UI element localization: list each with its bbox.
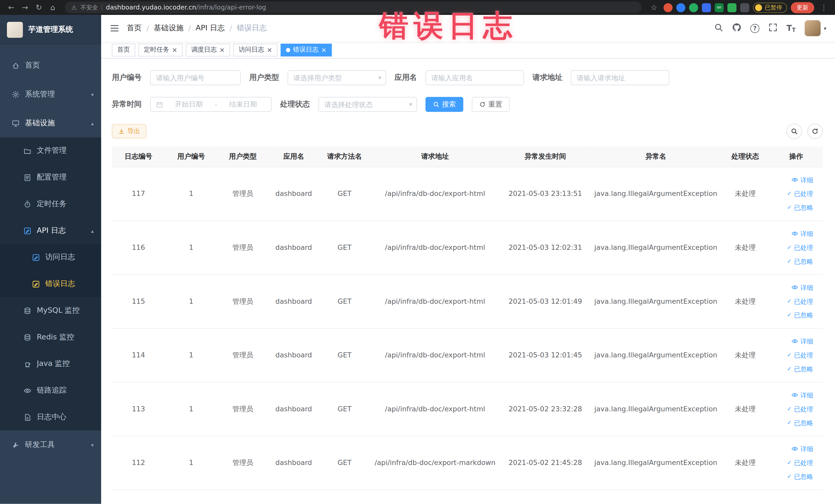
help-icon[interactable]: ? xyxy=(750,24,759,33)
calendar-icon xyxy=(156,101,163,108)
chevron-down-icon: ▾ xyxy=(91,92,94,97)
translate-paused-badge[interactable]: 已暂停 xyxy=(753,2,787,12)
back-icon[interactable]: ← xyxy=(5,2,17,13)
bookmark-star-icon[interactable]: ☆ xyxy=(648,2,660,13)
cell-log-id: 112 xyxy=(112,436,165,490)
cell-user-type: 管理员 xyxy=(217,328,268,382)
user-type-select[interactable] xyxy=(287,70,386,85)
cell-method: GET xyxy=(319,167,370,221)
cell-status: 未处理 xyxy=(721,221,770,275)
mark-processed-link[interactable]: ✓ 已处理 xyxy=(773,294,813,308)
mark-processed-link[interactable]: ✓ 已处理 xyxy=(773,456,813,469)
mark-ignored-link[interactable]: ✓ 已忽略 xyxy=(773,201,813,215)
sidebar-item-system-management[interactable]: 系统管理 ▾ xyxy=(0,80,101,108)
tab-close-icon[interactable]: × xyxy=(321,47,326,53)
tab-home[interactable]: 首页 xyxy=(112,43,135,56)
toggle-search-button[interactable] xyxy=(787,123,802,139)
user-menu[interactable]: ▾ xyxy=(805,20,827,36)
fullscreen-icon[interactable] xyxy=(768,23,777,34)
home-icon[interactable]: ⌂ xyxy=(47,2,59,13)
mark-processed-link[interactable]: ✓ 已处理 xyxy=(773,402,813,416)
mark-ignored-link[interactable]: ✓ 已忽略 xyxy=(773,362,813,376)
extensions-puzzle-icon[interactable] xyxy=(740,3,749,12)
mark-processed-link[interactable]: ✓ 已处理 xyxy=(773,187,813,201)
reload-icon[interactable]: ↻ xyxy=(33,2,45,13)
cell-user-type: 管理员 xyxy=(217,221,268,275)
detail-link[interactable]: 详细 xyxy=(773,227,813,241)
date-range-picker[interactable]: 开始日期 - 结束日期 xyxy=(150,97,271,112)
sidebar-item-home[interactable]: 首页 xyxy=(0,51,101,80)
sidebar-item-access-logs[interactable]: 访问日志 xyxy=(0,244,101,270)
tab-access-logs[interactable]: 访问日志× xyxy=(233,43,278,56)
breadcrumb-infrastructure[interactable]: 基础设施 xyxy=(154,23,184,33)
check-icon: ✓ xyxy=(787,201,792,215)
app-name-input[interactable] xyxy=(426,70,524,85)
hamburger-icon[interactable] xyxy=(109,23,119,33)
process-status-select[interactable] xyxy=(319,97,417,112)
mark-ignored-link[interactable]: ✓ 已忽略 xyxy=(773,308,813,322)
cell-exception-name: java.lang.IllegalArgumentException xyxy=(591,167,721,221)
address-bar[interactable]: ⚠ 不安全 dashboard.yudao.iocoder.cn/infra/l… xyxy=(65,2,642,13)
cell-method: GET xyxy=(319,221,370,275)
mark-processed-link[interactable]: ✓ 已处理 xyxy=(773,348,813,362)
browser-update-button[interactable]: 更新 xyxy=(791,2,814,13)
tab-close-icon[interactable]: × xyxy=(220,47,225,53)
sidebar-item-api-logs[interactable]: API 日志 ▴ xyxy=(0,217,101,244)
url-host: dashboard.yudao.iocoder.cn xyxy=(106,4,196,11)
cell-actions: 详细 ✓ 已处理 ✓ 已忽略 xyxy=(770,436,823,490)
tab-error-logs[interactable]: 错误日志× xyxy=(281,43,332,56)
detail-link[interactable]: 详细 xyxy=(773,388,813,402)
sidebar-item-log-center[interactable]: 日志中心 xyxy=(0,404,101,430)
chevron-down-icon: ▾ xyxy=(91,442,94,448)
start-date-placeholder: 开始日期 xyxy=(166,100,211,109)
font-size-icon[interactable]: TT xyxy=(787,23,795,33)
extension-icon[interactable] xyxy=(702,3,711,12)
sidebar-item-java-monitor[interactable]: Java 监控 xyxy=(0,350,101,377)
app-logo[interactable]: 芋道管理系统 xyxy=(0,15,101,45)
extension-icon[interactable] xyxy=(728,3,736,12)
user-id-input[interactable] xyxy=(150,70,241,85)
sidebar-item-link-tracing[interactable]: 链路追踪 xyxy=(0,377,101,404)
cell-user-type: 管理员 xyxy=(217,274,268,328)
refresh-button[interactable] xyxy=(807,123,823,139)
mark-ignored-link[interactable]: ✓ 已忽略 xyxy=(773,416,813,429)
cell-status: 未处理 xyxy=(721,436,770,490)
sidebar-item-error-logs[interactable]: 错误日志 xyxy=(0,270,101,297)
folder-icon xyxy=(22,147,32,155)
cell-actions: 详细 ✓ 已处理 ✓ 已忽略 xyxy=(770,221,823,275)
reset-button[interactable]: 重置 xyxy=(472,97,510,112)
tab-scheduled-tasks[interactable]: 定时任务× xyxy=(138,43,183,56)
sidebar-item-infrastructure[interactable]: 基础设施 ▴ xyxy=(0,108,101,137)
extension-icon[interactable] xyxy=(676,3,685,12)
detail-link[interactable]: 详细 xyxy=(773,334,813,348)
sidebar-item-redis-monitor[interactable]: Redis 监控 xyxy=(0,324,101,350)
detail-link[interactable]: 详细 xyxy=(773,280,813,294)
browser-menu-icon[interactable]: ⋮ xyxy=(818,2,830,13)
request-url-input[interactable] xyxy=(571,70,669,85)
detail-link[interactable]: 详细 xyxy=(773,442,813,456)
database-icon xyxy=(22,306,32,315)
search-button[interactable]: 搜索 xyxy=(426,97,463,112)
sidebar-item-config-management[interactable]: 配置管理 xyxy=(0,164,101,191)
sidebar-item-mysql-monitor[interactable]: MySQL 监控 xyxy=(0,297,101,324)
extension-icon[interactable] xyxy=(664,3,673,12)
tab-dispatch-logs[interactable]: 调度日志× xyxy=(186,43,230,56)
export-button[interactable]: 导出 xyxy=(112,124,147,138)
forward-icon[interactable]: → xyxy=(19,2,31,13)
caret-down-icon: ▾ xyxy=(824,25,826,31)
search-icon[interactable] xyxy=(714,23,723,34)
mark-ignored-link[interactable]: ✓ 已忽略 xyxy=(773,255,813,268)
mark-processed-link[interactable]: ✓ 已处理 xyxy=(773,241,813,255)
sidebar-item-file-management[interactable]: 文件管理 xyxy=(0,137,101,164)
extension-icon[interactable] xyxy=(689,3,698,12)
mark-ignored-link[interactable]: ✓ 已忽略 xyxy=(773,469,813,483)
extension-on-icon[interactable]: on xyxy=(715,3,724,12)
tab-close-icon[interactable]: × xyxy=(267,47,272,53)
breadcrumb-api-logs[interactable]: API 日志 xyxy=(196,23,225,33)
sidebar-item-dev-tools[interactable]: 研发工具 ▾ xyxy=(0,430,101,459)
github-icon[interactable] xyxy=(732,23,741,34)
detail-link[interactable]: 详细 xyxy=(773,173,813,187)
tab-close-icon[interactable]: × xyxy=(172,47,177,53)
sidebar-item-scheduled-tasks[interactable]: 定时任务 xyxy=(0,191,101,218)
breadcrumb-home[interactable]: 首页 xyxy=(127,23,142,33)
